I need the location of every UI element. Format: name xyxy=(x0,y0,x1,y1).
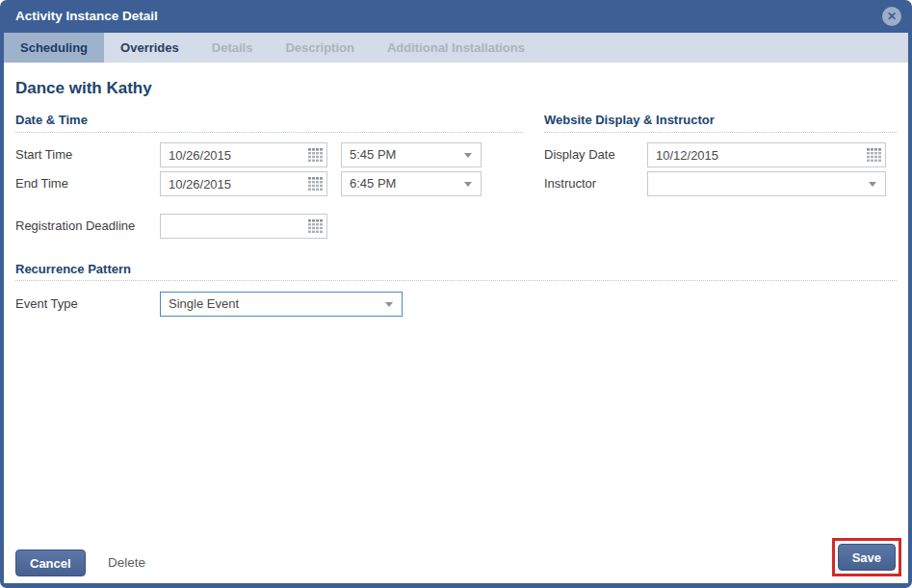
end-time-label: End Time xyxy=(15,171,68,196)
instructor-label: Instructor xyxy=(544,171,596,196)
event-type-label: Event Type xyxy=(15,292,78,317)
tab-bar: Scheduling Overrides Details Description… xyxy=(4,33,908,63)
calendar-icon[interactable] xyxy=(307,177,323,191)
save-highlight-annotation: Save xyxy=(832,538,901,576)
activity-instance-detail-dialog: Activity Instance Detail ✕ Scheduling Ov… xyxy=(0,0,912,588)
tab-additional-installations: Additional Installations xyxy=(371,33,541,63)
event-type-select[interactable]: Single Event xyxy=(160,292,403,317)
tab-overrides[interactable]: Overrides xyxy=(104,33,195,63)
tab-description: Description xyxy=(269,33,371,63)
instructor-select[interactable] xyxy=(647,171,886,196)
page-title: Dance with Kathy xyxy=(15,79,152,98)
delete-link[interactable]: Delete xyxy=(108,550,145,576)
section-header-website: Website Display & Instructor xyxy=(544,113,715,127)
divider-website xyxy=(544,132,897,133)
display-date-input[interactable] xyxy=(647,142,886,167)
event-type-value: Single Event xyxy=(169,296,239,311)
start-date-input[interactable] xyxy=(160,142,327,167)
save-button[interactable]: Save xyxy=(838,544,896,571)
end-time-select[interactable]: 6:45 PM xyxy=(341,171,482,196)
calendar-icon[interactable] xyxy=(866,148,881,162)
registration-deadline-input[interactable] xyxy=(160,214,327,239)
start-time-label: Start Time xyxy=(15,142,72,167)
section-header-recurrence: Recurrence Pattern xyxy=(15,262,131,276)
divider-recurrence xyxy=(15,280,897,281)
dialog-title: Activity Instance Detail xyxy=(15,0,158,33)
tab-scheduling[interactable]: Scheduling xyxy=(4,33,104,63)
registration-deadline-label: Registration Deadline xyxy=(15,214,135,239)
dialog-content: Dance with Kathy Date & Time Website Dis… xyxy=(4,63,908,583)
calendar-icon[interactable] xyxy=(307,148,323,162)
tab-details: Details xyxy=(195,33,270,63)
display-date-label: Display Date xyxy=(544,142,615,167)
end-date-input[interactable] xyxy=(160,171,327,196)
cancel-button[interactable]: Cancel xyxy=(15,550,86,576)
divider-date-time xyxy=(15,132,523,133)
end-time-value: 6:45 PM xyxy=(350,176,396,191)
dialog-titlebar: Activity Instance Detail ✕ xyxy=(0,0,912,33)
section-header-date-time: Date & Time xyxy=(15,113,88,127)
start-time-value: 5:45 PM xyxy=(350,147,396,162)
start-time-select[interactable]: 5:45 PM xyxy=(341,142,482,167)
calendar-icon[interactable] xyxy=(307,219,323,233)
close-icon[interactable]: ✕ xyxy=(882,7,901,26)
